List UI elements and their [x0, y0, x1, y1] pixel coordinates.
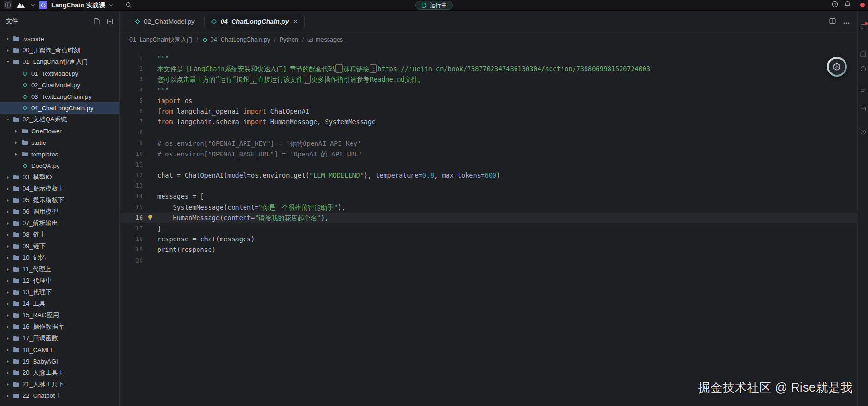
- code-line[interactable]: 7from langchain.schema import HumanMessa…: [120, 117, 857, 127]
- line-number: 15: [120, 202, 143, 213]
- open-file-icon[interactable]: [92, 16, 102, 26]
- folder-icon: [12, 347, 21, 353]
- tree-item-folder[interactable]: 19_BabyAGI: [0, 356, 119, 367]
- line-number: 17: [120, 223, 143, 234]
- tree-item-folder[interactable]: 08_链上: [0, 229, 119, 240]
- folder-icon: [12, 220, 21, 226]
- tree-item-folder[interactable]: 10_记忆: [0, 252, 119, 263]
- code-line[interactable]: 10# os.environ["OPENAI_BASE_URL"] = 'Ope…: [120, 149, 857, 159]
- tree-item-folder[interactable]: 14_工具: [0, 298, 119, 310]
- tree-item-folder[interactable]: 04_提示模板上: [0, 183, 119, 194]
- code-line[interactable]: 8: [120, 127, 857, 138]
- run-status-button[interactable]: 运行中: [415, 1, 453, 10]
- panel-icon[interactable]: [860, 129, 867, 135]
- split-editor-icon[interactable]: [829, 17, 836, 26]
- main-menu-icon[interactable]: [4, 1, 12, 9]
- search-icon[interactable]: [126, 2, 132, 8]
- tree-item-folder[interactable]: 16_操作数据库: [0, 321, 119, 333]
- more-actions-icon[interactable]: [843, 17, 850, 26]
- code-line[interactable]: 9# os.environ["OPENAI_API_KEY"] = '你的Ope…: [120, 138, 857, 149]
- chevron-down-icon[interactable]: [31, 4, 35, 6]
- breadcrumb-item[interactable]: 01_LangChain快速入门: [129, 36, 192, 44]
- tree-item-folder[interactable]: 12_代理中: [0, 275, 119, 287]
- help-icon[interactable]: ?: [832, 1, 838, 10]
- code-line[interactable]: 13: [120, 180, 857, 191]
- code-line[interactable]: 5import os: [120, 96, 857, 106]
- tree-item-folder[interactable]: 02_文档QA系统: [0, 114, 119, 125]
- tree-item-folder[interactable]: .vscode: [0, 33, 119, 45]
- code-line[interactable]: 6from langchain_openai import ChatOpenAI: [120, 106, 857, 117]
- code-line[interactable]: 18response = chat(messages): [120, 234, 857, 244]
- code-line[interactable]: 19print(response): [120, 244, 857, 255]
- tree-item-folder[interactable]: 05_提示模板下: [0, 194, 119, 206]
- tree-item-folder[interactable]: 03_模型IO: [0, 171, 119, 183]
- code-token: "你是一个很棒的智能助手": [258, 203, 338, 211]
- code-token: temperature=: [375, 171, 422, 179]
- tree-item-folder[interactable]: 11_代理上: [0, 263, 119, 275]
- chevron-right-icon: [4, 302, 12, 306]
- editor-tab[interactable]: 04_ChatLongChain.py: [204, 14, 305, 29]
- tree-item-file[interactable]: DocQA.py: [0, 160, 119, 171]
- tree-item-label: 13_代理下: [23, 288, 52, 297]
- code-line-current[interactable]: 16 HumanMessage(content="请给我的花店起个名"),: [120, 213, 857, 223]
- tree-item-folder[interactable]: 07_解析输出: [0, 217, 119, 229]
- code-line[interactable]: 11: [120, 159, 857, 170]
- folder-icon: [12, 48, 21, 53]
- tree-item-folder[interactable]: 01_LangChain快速入门: [0, 56, 119, 68]
- chevron-right-icon: [4, 48, 12, 53]
- code-line[interactable]: 1""": [120, 53, 857, 63]
- code-text: messages = [: [157, 191, 857, 202]
- tree-item-file[interactable]: 01_TextModel.py: [0, 68, 119, 79]
- tree-item-folder[interactable]: 20_人脉工具上: [0, 367, 119, 379]
- tree-item-folder[interactable]: templates: [0, 148, 119, 160]
- tree-item-folder[interactable]: static: [0, 137, 119, 148]
- tree-item-folder[interactable]: 21_人脉工具下: [0, 379, 119, 390]
- chevron-right-icon: [4, 210, 12, 214]
- project-name[interactable]: LangChain 实战课: [51, 1, 105, 10]
- intention-bulb-icon[interactable]: [143, 215, 157, 221]
- breadcrumb-item[interactable]: messages: [307, 36, 343, 43]
- tree-item-folder[interactable]: 15_RAG应用: [0, 310, 119, 321]
- chevron-down-icon[interactable]: [109, 4, 113, 6]
- tree-item-folder[interactable]: OneFlower: [0, 125, 119, 137]
- folder-icon: [12, 59, 21, 65]
- panel-icon[interactable]: [860, 86, 867, 93]
- tree-item-file[interactable]: 04_ChatLongChain.py: [0, 102, 119, 114]
- tree-item-label: 03_模型IO: [23, 173, 52, 181]
- panel-icon[interactable]: [860, 65, 867, 72]
- chevron-right-icon: [4, 371, 12, 375]
- tree-item-file[interactable]: 03_TextLangChain.py: [0, 91, 119, 102]
- tree-item-folder[interactable]: 09_链下: [0, 240, 119, 252]
- app-logo-icon[interactable]: [16, 2, 27, 8]
- code-line[interactable]: 12chat = ChatOpenAI(model=os.environ.get…: [120, 170, 857, 180]
- tree-item-folder[interactable]: 17_回调函数: [0, 333, 119, 344]
- code-line[interactable]: 2本文件是【LangChain系统安装和快速入门】章节的配套代码。课程链接：ht…: [120, 63, 857, 74]
- breadcrumb-item[interactable]: 04_ChatLongChain.py: [202, 36, 270, 43]
- code-line[interactable]: 17]: [120, 223, 857, 234]
- code-line[interactable]: 14messages = [: [120, 191, 857, 202]
- line-number: 4: [120, 85, 143, 96]
- bell-icon[interactable]: [845, 1, 851, 10]
- panel-icon[interactable]: [860, 51, 867, 58]
- tree-item-label: .vscode: [23, 36, 44, 43]
- code-line[interactable]: 3您可以点击最上方的“运行”按钮，直接运行该文件。更多操作指引请参考Readme…: [120, 74, 857, 84]
- editor-tab[interactable]: 02_ChatModel.py: [128, 14, 201, 29]
- code-token: # os.environ["OPENAI_BASE_URL"] = 'OpenA…: [157, 150, 363, 158]
- code-line[interactable]: 4""": [120, 85, 857, 96]
- breadcrumb-item[interactable]: Python: [280, 36, 298, 43]
- tree-item-folder[interactable]: 22_Chatbot上: [0, 390, 119, 402]
- panel-icon[interactable]: [860, 106, 867, 112]
- chat-panel-icon[interactable]: [860, 23, 867, 30]
- code-editor[interactable]: 1"""2本文件是【LangChain系统安装和快速入门】章节的配套代码。课程链…: [120, 47, 857, 406]
- tree-item-file[interactable]: 02_ChatModel.py: [0, 79, 119, 91]
- tree-item-label: 21_人脉工具下: [23, 380, 64, 389]
- tree-item-folder[interactable]: 06_调用模型: [0, 206, 119, 217]
- ai-assistant-avatar[interactable]: [827, 57, 847, 77]
- code-line[interactable]: 20: [120, 255, 857, 266]
- tree-item-folder[interactable]: 13_代理下: [0, 287, 119, 298]
- collapse-all-icon[interactable]: [105, 16, 115, 26]
- close-tab-icon[interactable]: [293, 19, 298, 24]
- code-line[interactable]: 15 SystemMessage(content="你是一个很棒的智能助手"),: [120, 202, 857, 213]
- tree-item-folder[interactable]: 00_开篇词_奇点时刻: [0, 45, 119, 56]
- tree-item-folder[interactable]: 18_CAMEL: [0, 344, 119, 356]
